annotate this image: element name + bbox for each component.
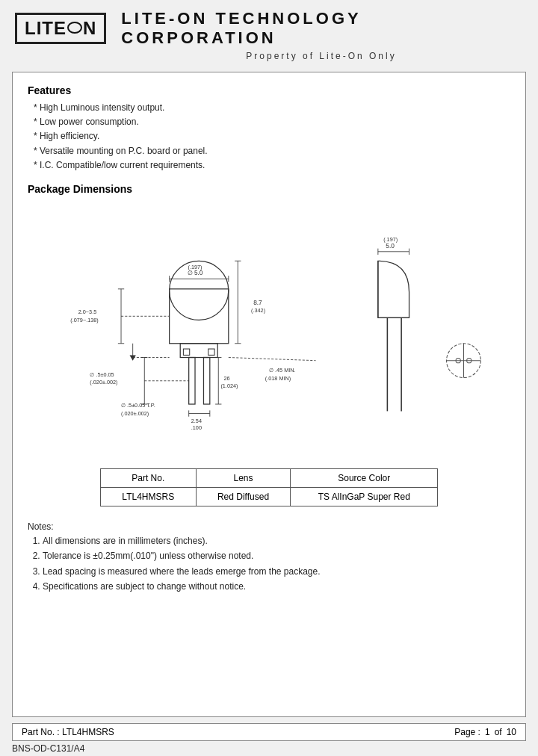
feature-item: Low power consumption. <box>34 115 510 129</box>
note-item: Tolerance is ±0.25mm(.010") unless other… <box>43 548 510 563</box>
footer-total-pages: 10 <box>507 727 516 737</box>
parts-table: Part No. Lens Source Color LTL4HMSRS Red… <box>100 468 438 506</box>
footer-page-num: 1 <box>485 727 490 737</box>
features-title: Features <box>28 84 510 96</box>
page: LITE N LITE-ON TECHNOLOGY CORPORATION Pr… <box>0 0 538 756</box>
company-name: LITE-ON TECHNOLOGY CORPORATION <box>121 9 523 48</box>
notes-title: Notes: <box>28 521 510 532</box>
svg-text:(.342): (.342) <box>251 307 265 314</box>
svg-rect-5 <box>183 349 189 355</box>
header: LITE N LITE-ON TECHNOLOGY CORPORATION Pr… <box>0 0 538 66</box>
svg-rect-6 <box>208 349 214 355</box>
feature-item: High Luminous intensity output. <box>34 101 510 115</box>
logo-text-left: LITE <box>25 18 67 39</box>
footer-page-info: Page : 1 of 10 <box>454 727 516 737</box>
footer-part-label: Part No. : <box>22 727 60 737</box>
bottom-ref: BNS-OD-C131/A4 <box>0 741 538 756</box>
content-box: Features High Luminous intensity output.… <box>12 72 526 717</box>
table-cell-color: TS AlInGaP Super Red <box>291 487 438 506</box>
footer-of-label: of <box>495 727 502 737</box>
footer: Part No. : LTL4HMSRS Page : 1 of 10 <box>12 723 526 741</box>
property-line: Property of Lite-On Only <box>15 51 523 61</box>
svg-text:∅ .5±0.05  T.P.: ∅ .5±0.05 T.P. <box>121 402 155 409</box>
svg-text:(.018 MIN): (.018 MIN) <box>265 375 291 382</box>
footer-part-info: Part No. : LTL4HMSRS <box>22 727 454 737</box>
svg-text:2.54: 2.54 <box>191 418 202 424</box>
svg-text:(.197): (.197) <box>383 236 398 243</box>
led-diagram: ∅ 5.0 (.197) 8.7 (.342) 2.0~3.5 (.079~.1… <box>28 202 510 456</box>
diagram-area: ∅ 5.0 (.197) 8.7 (.342) 2.0~3.5 (.079~.1… <box>28 202 510 456</box>
features-list: High Luminous intensity output. Low powe… <box>28 101 510 173</box>
svg-text:∅ .45 MIN.: ∅ .45 MIN. <box>269 367 296 374</box>
svg-line-39 <box>229 357 316 360</box>
notes-list: All dimensions are in millimeters (inche… <box>28 533 510 595</box>
notes-section: Notes: All dimensions are in millimeters… <box>28 521 510 595</box>
logo-text-right: N <box>83 18 96 39</box>
table-header-partno: Part No. <box>100 468 196 487</box>
table-header-lens: Lens <box>196 468 291 487</box>
feature-item: High efficiency. <box>34 129 510 143</box>
note-item: All dimensions are in millimeters (inche… <box>43 533 510 548</box>
logo-circle <box>67 22 82 34</box>
svg-text:∅ .5±0.05: ∅ .5±0.05 <box>90 371 114 377</box>
table-row: LTL4HMSRS Red Diffused TS AlInGaP Super … <box>100 487 437 506</box>
svg-text:2.0~3.5: 2.0~3.5 <box>78 309 97 315</box>
svg-text:(.020±.002): (.020±.002) <box>121 410 149 417</box>
note-item: Lead spacing is measured where the leads… <box>43 564 510 579</box>
note-item: Specifications are subject to change wit… <box>43 579 510 594</box>
svg-text:(.197): (.197) <box>188 264 202 270</box>
svg-text:8.7: 8.7 <box>253 299 262 306</box>
svg-text:.100: .100 <box>191 424 202 431</box>
package-title: Package Dimensions <box>28 183 510 195</box>
svg-marker-59 <box>129 355 135 360</box>
svg-text:(.020±.002): (.020±.002) <box>90 379 117 385</box>
logo: LITE N <box>15 13 106 44</box>
svg-text:26: 26 <box>224 375 230 382</box>
table-cell-lens: Red Diffused <box>196 487 291 506</box>
svg-rect-4 <box>203 357 209 404</box>
svg-text:(1.024): (1.024) <box>220 382 238 389</box>
svg-rect-3 <box>189 357 195 404</box>
footer-page-label: Page : <box>454 727 480 737</box>
svg-rect-1 <box>170 289 229 344</box>
footer-part-no: LTL4HMSRS <box>62 727 114 737</box>
svg-text:(.079~.138): (.079~.138) <box>70 317 98 323</box>
feature-item: Versatile mounting on P.C. board or pane… <box>34 144 510 158</box>
table-cell-partno: LTL4HMSRS <box>100 487 196 506</box>
feature-item: I.C. Compatible/low current requirements… <box>34 158 510 173</box>
table-header-color: Source Color <box>291 468 438 487</box>
